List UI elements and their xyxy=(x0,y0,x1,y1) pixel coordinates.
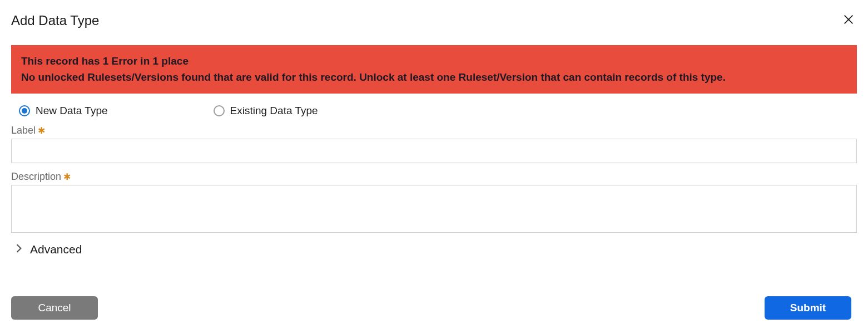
label-field-label: Label ✱ xyxy=(11,125,857,136)
cancel-button[interactable]: Cancel xyxy=(11,296,98,320)
radio-selected-icon xyxy=(19,105,30,116)
radio-new-label: New Data Type xyxy=(36,105,108,117)
radio-dot-icon xyxy=(22,108,27,114)
radio-existing-data-type[interactable]: Existing Data Type xyxy=(214,105,318,117)
radio-existing-label: Existing Data Type xyxy=(230,105,318,117)
close-icon xyxy=(842,13,855,27)
description-text: Description xyxy=(11,171,61,183)
dialog-footer: Cancel Submit xyxy=(11,296,851,320)
error-banner: This record has 1 Error in 1 place No un… xyxy=(11,45,857,94)
description-field-label: Description ✱ xyxy=(11,171,857,183)
add-data-type-dialog: Add Data Type This record has 1 Error in… xyxy=(0,0,868,333)
advanced-label: Advanced xyxy=(30,243,82,256)
radio-unselected-icon xyxy=(214,105,225,116)
error-line-2: No unlocked Rulesets/Versions found that… xyxy=(21,69,847,85)
label-input[interactable] xyxy=(11,139,857,163)
description-field-group: Description ✱ xyxy=(11,171,857,235)
required-star-icon: ✱ xyxy=(38,125,45,136)
advanced-toggle[interactable]: Advanced xyxy=(16,243,857,256)
chevron-right-icon xyxy=(16,243,22,256)
label-field-group: Label ✱ xyxy=(11,125,857,163)
description-input[interactable] xyxy=(11,185,857,233)
error-line-1: This record has 1 Error in 1 place xyxy=(21,53,847,69)
required-star-icon: ✱ xyxy=(63,172,71,182)
data-type-radio-group: New Data Type Existing Data Type xyxy=(19,105,857,117)
label-text: Label xyxy=(11,125,36,136)
dialog-title: Add Data Type xyxy=(11,13,99,28)
radio-new-data-type[interactable]: New Data Type xyxy=(19,105,108,117)
close-button[interactable] xyxy=(840,11,857,30)
dialog-header: Add Data Type xyxy=(11,11,857,30)
submit-button[interactable]: Submit xyxy=(765,296,851,320)
